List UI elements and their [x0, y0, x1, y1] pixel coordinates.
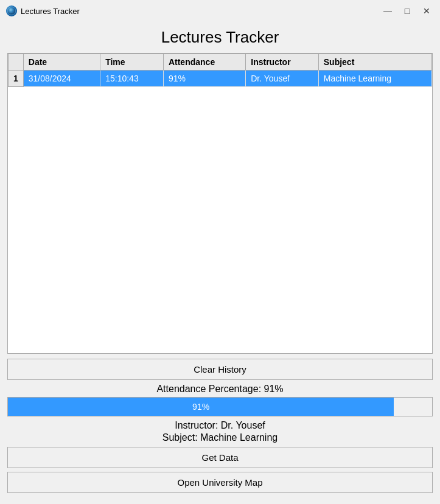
progress-bar-text: 91%	[192, 402, 209, 412]
window-body: Lectures Tracker Date Time Attendance In…	[0, 22, 440, 504]
instructor-label: Instructor: Dr. Yousef	[175, 420, 265, 431]
table-header-row: Date Time Attendance Instructor Subject	[9, 54, 432, 71]
col-subject: Subject	[318, 54, 431, 71]
app-title: Lectures Tracker	[7, 28, 433, 47]
lectures-table-container: Date Time Attendance Instructor Subject …	[7, 53, 433, 354]
open-map-button[interactable]: Open University Map	[7, 472, 433, 493]
minimize-button[interactable]: —	[380, 5, 395, 17]
row-date: 31/08/2024	[23, 71, 100, 87]
row-subject: Machine Learning	[318, 71, 431, 87]
col-time: Time	[100, 54, 164, 71]
row-time: 15:10:43	[100, 71, 164, 87]
info-section: Attendance Percentage: 91% 91% Instructo…	[7, 384, 433, 447]
title-bar-left: Lectures Tracker	[6, 5, 80, 16]
svg-point-3	[8, 7, 16, 15]
maximize-button[interactable]: □	[400, 5, 414, 17]
row-index: 1	[9, 71, 24, 87]
subject-label: Subject: Machine Learning	[162, 432, 278, 443]
title-bar-controls: — □ ✕	[380, 5, 434, 17]
row-instructor: Dr. Yousef	[246, 71, 319, 87]
clear-history-button[interactable]: Clear History	[7, 359, 433, 380]
progress-bar-fill: 91%	[8, 398, 394, 416]
title-bar: Lectures Tracker — □ ✕	[0, 0, 440, 22]
close-button[interactable]: ✕	[419, 5, 434, 17]
attendance-percentage-label: Attendance Percentage: 91%	[156, 384, 283, 395]
get-data-button[interactable]: Get Data	[7, 447, 433, 468]
progress-bar-container: 91%	[7, 397, 433, 416]
col-attendance: Attendance	[163, 54, 245, 71]
col-date: Date	[23, 54, 100, 71]
row-attendance: 91%	[163, 71, 245, 87]
col-index	[9, 54, 24, 71]
col-instructor: Instructor	[246, 54, 319, 71]
table-row[interactable]: 131/08/202415:10:4391%Dr. YousefMachine …	[9, 71, 432, 87]
lectures-table: Date Time Attendance Instructor Subject …	[8, 54, 432, 87]
app-icon	[6, 5, 17, 16]
title-bar-app-label: Lectures Tracker	[21, 7, 80, 16]
